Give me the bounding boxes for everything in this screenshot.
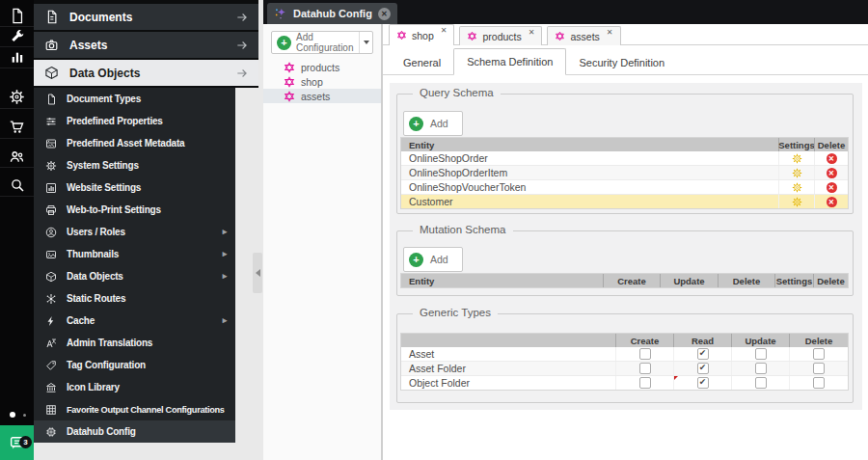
chat-button[interactable]: 3 (0, 425, 34, 460)
column-header-delete[interactable]: Delete (814, 138, 848, 151)
query-add-button[interactable]: + Add (403, 111, 463, 136)
query-schema-fieldset: Query Schema + Add Entity Settings Delet… (396, 94, 854, 214)
subtab-security-definition[interactable]: Security Definition (566, 51, 677, 74)
section-label: Documents (69, 11, 132, 24)
delete-icon[interactable]: ✕ (827, 168, 837, 178)
read-checkbox[interactable] (697, 363, 709, 374)
mutation-add-button[interactable]: + Add (403, 247, 463, 272)
menu-item-datahub-config[interactable]: Datahub Config (34, 420, 235, 443)
close-icon[interactable]: ✕ (607, 28, 613, 37)
file-icon[interactable] (0, 6, 34, 25)
tab-assets[interactable]: assets ✕ (547, 26, 620, 45)
close-tab-icon[interactable]: ✕ (378, 8, 391, 20)
table-row-highlighted[interactable]: Customer ✕ (401, 194, 848, 208)
column-header-delete[interactable]: Delete (789, 334, 848, 347)
update-checkbox[interactable] (755, 348, 767, 360)
create-checkbox[interactable] (639, 363, 651, 374)
grid-header: Create Read Update Delete (401, 334, 848, 347)
ecommerce-cart-icon[interactable] (0, 117, 34, 136)
delete-checkbox[interactable] (813, 348, 825, 360)
section-label: Data Objects (69, 67, 140, 80)
sidebar-section-assets[interactable]: Assets (34, 32, 258, 58)
close-icon[interactable]: ✕ (529, 28, 535, 37)
column-header-settings[interactable]: Settings (778, 138, 814, 151)
tree-item-assets[interactable]: assets (263, 89, 381, 103)
datahub-star-icon (467, 31, 477, 41)
chevron-left-icon (256, 269, 260, 277)
assets-camera-icon (44, 38, 59, 52)
column-header-settings[interactable]: Settings (774, 274, 813, 287)
sparkle-icon (274, 7, 287, 20)
subtab-general[interactable]: General (391, 51, 453, 74)
update-checkbox[interactable] (755, 377, 767, 389)
menu-item-system-settings[interactable]: System Settings (34, 154, 235, 176)
menu-item-cache[interactable]: Cache▸ (34, 310, 235, 332)
search-icon[interactable] (0, 176, 34, 195)
data-objects-cube-icon (44, 66, 59, 80)
delete-icon[interactable]: ✕ (827, 182, 837, 193)
delete-checkbox[interactable] (813, 363, 825, 374)
table-row[interactable]: Asset Folder (401, 361, 848, 375)
delete-icon[interactable]: ✕ (827, 153, 837, 164)
column-header-read[interactable]: Read (673, 334, 731, 347)
column-header-create[interactable]: Create (615, 334, 673, 347)
gear-icon (45, 160, 57, 172)
table-row[interactable]: Asset (401, 347, 848, 361)
config-tabstrip: shop ✕ products ✕ assets ✕ (383, 24, 868, 45)
read-checkbox[interactable] (697, 377, 709, 389)
subtab-schema-definition[interactable]: Schema Definition (453, 48, 566, 75)
table-row[interactable]: OnlineShopVoucherToken ✕ (401, 179, 848, 194)
table-row[interactable]: OnlineShopOrder ✕ (401, 151, 848, 165)
settings-gear-icon[interactable] (792, 153, 802, 164)
menu-item-website-settings[interactable]: Website Settings (34, 176, 235, 199)
sidebar-collapse-handle[interactable] (253, 253, 262, 293)
read-checkbox[interactable] (697, 348, 709, 360)
delete-icon[interactable]: ✕ (827, 197, 837, 207)
settings-gear-icon[interactable] (792, 182, 802, 193)
column-header-update[interactable]: Update (731, 334, 789, 347)
grid-header: Entity Settings Delete (401, 138, 848, 151)
add-configuration-dropdown[interactable] (359, 32, 372, 53)
column-header-delete[interactable]: Delete (813, 274, 848, 287)
column-header-create[interactable]: Create (603, 274, 660, 287)
tab-shop[interactable]: shop ✕ (389, 24, 454, 45)
sidebar-section-documents[interactable]: Documents (34, 4, 258, 30)
settings-gear-icon[interactable] (0, 87, 34, 106)
tools-wrench-icon[interactable] (0, 27, 34, 46)
menu-item-admin-translations[interactable]: Admin Translations (34, 332, 235, 354)
add-configuration-button[interactable]: + Add Configuration (271, 31, 373, 54)
sidebar-section-data-objects[interactable]: Data Objects (34, 60, 258, 86)
menu-item-predefined-asset-metadata[interactable]: Predefined Asset Metadata (34, 132, 235, 154)
column-header-update[interactable]: Update (660, 274, 718, 287)
menu-item-document-types[interactable]: Document Types (34, 88, 235, 110)
menu-item-icon-library[interactable]: Icon Library (34, 376, 235, 398)
menu-item-thumbnails[interactable]: Thumbnails▸ (34, 243, 235, 265)
tab-products[interactable]: products ✕ (459, 26, 542, 45)
definition-subtabs: General Schema Definition Security Defin… (383, 46, 868, 75)
column-header-entity[interactable]: Entity (401, 138, 778, 151)
tree-item-products[interactable]: products (263, 60, 381, 74)
menu-item-data-objects[interactable]: Data Objects▸ (34, 265, 235, 287)
create-checkbox[interactable] (639, 348, 651, 360)
menu-item-web-to-print-settings[interactable]: Web-to-Print Settings (34, 199, 235, 221)
menu-item-favorite-output-channel-configurations[interactable]: Favorite Output Channel Configurations (34, 398, 235, 420)
menu-item-predefined-properties[interactable]: Predefined Properties (34, 110, 235, 132)
menu-item-users-roles[interactable]: Users / Roles▸ (34, 221, 235, 243)
users-icon[interactable] (0, 147, 34, 166)
tree-item-shop[interactable]: shop (263, 74, 381, 89)
settings-gear-icon[interactable] (792, 168, 802, 178)
create-checkbox[interactable] (639, 377, 651, 389)
delete-checkbox[interactable] (813, 377, 825, 389)
column-header-delete[interactable]: Delete (718, 274, 774, 287)
update-checkbox[interactable] (755, 363, 767, 374)
menu-item-tag-configuration[interactable]: Tag Configuration (34, 354, 235, 376)
tab-datahub-config[interactable]: Datahub Config ✕ (267, 3, 397, 24)
settings-gear-icon[interactable] (792, 197, 802, 207)
reports-chart-icon[interactable] (0, 47, 34, 67)
table-row[interactable]: Object Folder (401, 375, 848, 390)
column-header-entity[interactable]: Entity (401, 274, 603, 287)
close-icon[interactable]: ✕ (441, 26, 448, 35)
menu-item-static-routes[interactable]: Static Routes (34, 287, 235, 310)
table-row[interactable]: OnlineShopOrderItem ✕ (401, 165, 848, 179)
document-types-icon (45, 94, 57, 105)
